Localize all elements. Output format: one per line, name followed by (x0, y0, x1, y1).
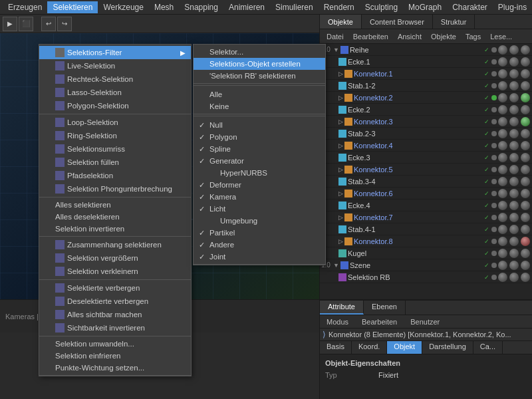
menu-item-sicht-inv[interactable]: Sichtbarkeit invertieren (39, 321, 191, 334)
menu-rendern[interactable]: Rendern (319, 1, 360, 13)
filter-item-poly[interactable]: ✓ Polygon (194, 131, 325, 143)
attr-bearbeiten[interactable]: Bearbeiten (358, 317, 401, 327)
toolbar-datei[interactable]: Datei (323, 32, 348, 41)
filter-item-erstellen[interactable]: Selektions-Objekt erstellen (194, 58, 325, 70)
menu-item-invert[interactable]: Selektion invertieren (39, 223, 191, 235)
table-row[interactable]: ▷ Konnektor.4 ✓ (320, 140, 532, 152)
filter-item-generator[interactable]: ✓ Generator (194, 155, 325, 167)
table-row[interactable]: Stab.3-4 ✓ (320, 176, 532, 188)
obj-check[interactable]: ✓ (483, 237, 491, 245)
menu-item-alles[interactable]: Alles selektieren (39, 199, 191, 211)
obj-dot[interactable] (491, 251, 497, 256)
obj-check[interactable]: ✓ (483, 225, 491, 233)
tab-attribute[interactable]: Attribute (320, 301, 364, 315)
obj-check[interactable]: ✓ (483, 249, 491, 257)
table-row[interactable]: Ecke.3 ✓ (320, 152, 532, 164)
obj-check[interactable]: ✓ (483, 130, 491, 138)
object-list[interactable]: 1.0 ▼ Reihe ✓ Ecke.1 ✓ (320, 44, 532, 299)
obj-dot[interactable] (491, 215, 497, 220)
menu-simulieren[interactable]: Simulieren (270, 1, 319, 13)
attr-modus[interactable]: Modus (323, 317, 352, 327)
attr-nav-objekt[interactable]: Objekt (387, 341, 422, 354)
filter-item-null[interactable]: ✓ Null (194, 119, 325, 131)
obj-dot-green[interactable] (491, 95, 497, 100)
menu-sculpting[interactable]: Sculpting (360, 1, 403, 13)
obj-check[interactable]: ✓ (483, 273, 491, 281)
table-row[interactable]: Ecke.2 ✓ (320, 104, 532, 116)
filter-submenu[interactable]: Selektor... Selektions-Objekt erstellen … (193, 44, 326, 265)
obj-dot[interactable] (491, 263, 497, 268)
obj-check[interactable]: ✓ (483, 82, 491, 90)
filter-item-selektieren[interactable]: 'Selektion RB' selektieren (194, 70, 325, 82)
obj-dot[interactable] (491, 83, 497, 88)
attr-nav-darst[interactable]: Darstellung (422, 341, 473, 354)
filter-item-deformer[interactable]: ✓ Deformer (194, 179, 325, 191)
table-row[interactable]: ▷ Konnektor.7 ✓ (320, 211, 532, 223)
menu-snapping[interactable]: Snapping (179, 1, 223, 13)
table-row[interactable]: ▷ Konnektor.5 ✓ (320, 164, 532, 176)
menu-item-fuellen[interactable]: Selektion füllen (39, 156, 191, 169)
menu-plugins[interactable]: Plug-ins (493, 1, 532, 13)
table-row[interactable]: 1.0 ▼ Reihe ✓ (320, 44, 532, 56)
tab-objekte[interactable]: Objekte (320, 15, 362, 29)
toolbar-btn-2[interactable]: ⬛ (19, 17, 33, 31)
obj-check[interactable]: ✓ (483, 213, 491, 221)
menu-item-loop[interactable]: Loop-Selektion (39, 116, 191, 129)
menu-item-live[interactable]: Live-Selektion (39, 59, 191, 72)
obj-check[interactable]: ✓ (483, 70, 491, 78)
menu-item-einfrieren[interactable]: Selektion einfrieren (39, 350, 191, 362)
filter-item-selektor[interactable]: Selektor... (194, 46, 325, 58)
selektieren-dropdown[interactable]: Selektions-Filter ▶ Live-Selektion Recht… (39, 44, 192, 376)
menu-item-lasso[interactable]: Lasso-Selektion (39, 86, 191, 99)
menu-item-verklein[interactable]: Selektion verkleinern (39, 265, 191, 278)
obj-check[interactable]: ✓ (483, 142, 491, 150)
obj-check[interactable]: ✓ (483, 106, 491, 114)
obj-dot[interactable] (491, 59, 497, 65)
toolbar-tags[interactable]: Tags (462, 32, 485, 41)
toolbar-ansicht[interactable]: Ansicht (394, 32, 426, 41)
menu-item-ring[interactable]: Ring-Selektion (39, 129, 191, 142)
menu-selektieren[interactable]: Selektieren (47, 1, 98, 13)
collapse-icon[interactable]: ▼ (333, 47, 339, 53)
menu-item-zusammen[interactable]: Zusammenhang selektieren (39, 238, 191, 251)
menu-mesh[interactable]: Mesh (149, 1, 179, 13)
obj-check[interactable]: ✓ (483, 166, 491, 174)
filter-item-licht[interactable]: ✓ Licht (194, 203, 325, 215)
obj-check[interactable]: ✓ (483, 46, 491, 54)
obj-check[interactable]: ✓ (483, 118, 491, 126)
table-row[interactable]: Stab.1-2 ✓ (320, 80, 532, 92)
filter-item-spline[interactable]: ✓ Spline (194, 143, 325, 155)
table-row[interactable]: Ecke.4 ✓ (320, 200, 532, 211)
menu-mograph[interactable]: MoGraph (403, 1, 447, 13)
menu-item-phong[interactable]: Selektion Phongunterbrechung (39, 182, 191, 196)
menu-item-sel-verb[interactable]: Selektierte verbergen (39, 281, 191, 295)
obj-dot[interactable] (491, 167, 497, 172)
obj-check[interactable]: ✓ (483, 261, 491, 269)
menu-item-rechteck[interactable]: Rechteck-Selektion (39, 72, 191, 86)
obj-dot[interactable] (491, 275, 497, 280)
obj-dot[interactable] (491, 239, 497, 244)
menu-item-filter[interactable]: Selektions-Filter ▶ (39, 46, 191, 59)
menu-item-umriss[interactable]: Selektionsumriss (39, 142, 191, 156)
tab-struktur[interactable]: Struktur (433, 15, 475, 29)
menu-item-wichtung[interactable]: Punkte-Wichtung setzen... (39, 362, 191, 374)
obj-dot[interactable] (491, 131, 497, 136)
table-row[interactable]: Stab.2-3 ✓ (320, 128, 532, 140)
obj-dot[interactable] (491, 119, 497, 124)
table-row[interactable]: ▷ Konnektor.1 ✓ (320, 68, 532, 80)
filter-item-kamera[interactable]: ✓ Kamera (194, 191, 325, 203)
menu-item-desel[interactable]: Alles deselektieren (39, 211, 191, 223)
obj-check[interactable]: ✓ (483, 154, 491, 162)
obj-dot[interactable] (491, 179, 497, 184)
collapse-icon[interactable]: ▼ (333, 262, 339, 269)
menu-item-umwandeln[interactable]: Selektion umwandeln... (39, 338, 191, 350)
obj-dot[interactable] (491, 191, 497, 196)
obj-dot[interactable] (491, 155, 497, 160)
obj-check[interactable]: ✓ (483, 201, 491, 209)
filter-item-umgebung[interactable]: Umgebung (194, 215, 325, 227)
obj-check[interactable]: ✓ (483, 190, 491, 198)
table-row[interactable]: ▷ Konnektor.6 ✓ (320, 188, 532, 200)
obj-check[interactable]: ✓ (483, 94, 491, 102)
obj-dot[interactable] (491, 71, 497, 76)
filter-item-andere[interactable]: ✓ Andere (194, 239, 325, 251)
